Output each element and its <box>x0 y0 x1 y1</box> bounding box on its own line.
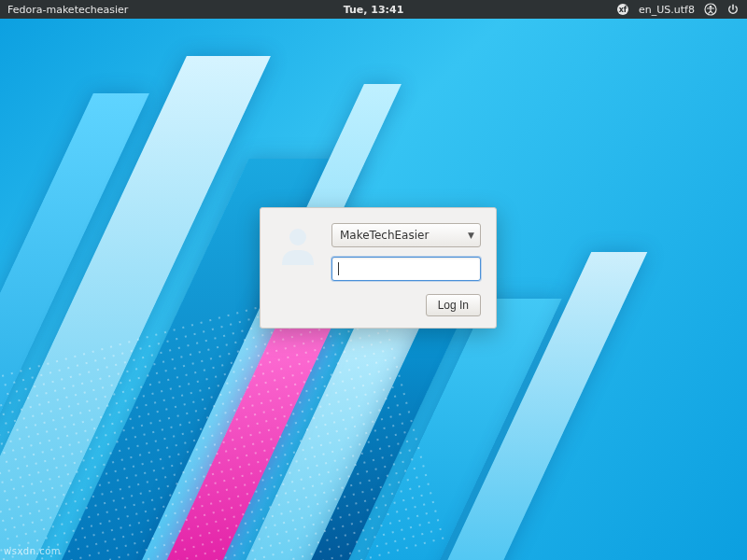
user-avatar-icon <box>275 223 320 268</box>
watermark-label: wsxdn.com <box>4 546 61 556</box>
svg-point-4 <box>289 229 306 245</box>
text-cursor <box>338 262 339 275</box>
svg-text:xf: xf <box>619 6 627 14</box>
username-select[interactable]: MakeTechEasier ▼ <box>331 223 481 247</box>
login-panel: MakeTechEasier ▼ Log In <box>260 207 497 329</box>
svg-point-3 <box>710 6 712 8</box>
session-indicator-icon[interactable]: xf <box>616 3 629 16</box>
top-panel: Fedora-maketecheasier Tue, 13:41 xf en_U… <box>0 0 747 19</box>
keyboard-locale-label[interactable]: en_US.utf8 <box>639 4 695 16</box>
chevron-down-icon: ▼ <box>468 231 474 240</box>
accessibility-icon[interactable] <box>704 3 717 16</box>
power-icon[interactable] <box>726 3 740 16</box>
password-input[interactable] <box>331 257 481 281</box>
hostname-label: Fedora-maketecheasier <box>7 4 128 16</box>
login-button[interactable]: Log In <box>426 294 481 316</box>
username-select-value: MakeTechEasier <box>340 229 429 242</box>
